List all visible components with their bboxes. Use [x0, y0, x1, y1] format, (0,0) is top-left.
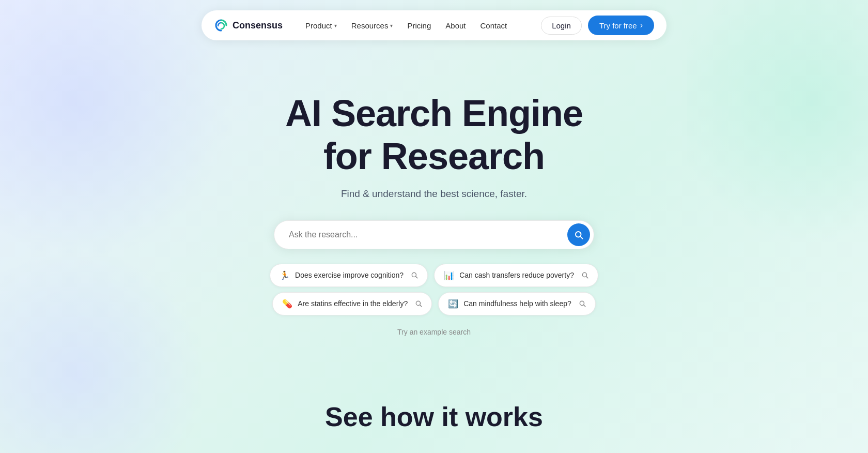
search-input[interactable]: [274, 220, 594, 249]
svg-line-3: [416, 277, 417, 278]
try-example-link[interactable]: Try an example search: [397, 328, 471, 336]
example-queries: 🏃 Does exercise improve cognition? 📊 Can…: [270, 264, 598, 315]
nav-item-contact[interactable]: Contact: [474, 18, 514, 33]
try-free-button[interactable]: Try for free ›: [588, 16, 654, 35]
nav-item-resources[interactable]: Resources ▾: [345, 18, 399, 33]
svg-line-1: [580, 236, 582, 238]
nav-links: Product ▾ Resources ▾ Pricing About Cont…: [299, 18, 524, 33]
search-icon: [581, 271, 588, 279]
search-container: [274, 220, 594, 249]
login-button[interactable]: Login: [541, 17, 582, 35]
search-icon: [415, 300, 422, 307]
query-row-1: 🏃 Does exercise improve cognition? 📊 Can…: [270, 264, 598, 287]
chevron-down-icon: ▾: [334, 23, 337, 28]
nav-item-product[interactable]: Product ▾: [299, 18, 343, 33]
nav-item-pricing[interactable]: Pricing: [401, 18, 437, 33]
query-row-2: 💊 Are statins effective in the elderly? …: [270, 292, 598, 315]
search-icon: [579, 300, 586, 307]
arrow-icon: ›: [640, 21, 643, 30]
nav-actions: Login Try for free ›: [541, 16, 654, 35]
query-chip-exercise[interactable]: 🏃 Does exercise improve cognition?: [270, 264, 428, 287]
svg-line-5: [586, 277, 588, 278]
nav-item-about[interactable]: About: [439, 18, 472, 33]
query-chip-statins[interactable]: 💊 Are statins effective in the elderly?: [272, 292, 432, 315]
navbar-inner: Consensus Product ▾ Resources ▾ Pricing …: [202, 10, 667, 40]
hero-section: AI Search Engine for Research Find & und…: [0, 51, 868, 336]
logo-text: Consensus: [233, 20, 283, 31]
search-icon: [574, 230, 583, 239]
logo-icon: [214, 18, 228, 33]
statins-emoji: 💊: [282, 299, 292, 309]
query-chip-mindfulness[interactable]: 🔄 Can mindfulness help with sleep?: [438, 292, 596, 315]
search-icon: [411, 271, 418, 279]
exercise-emoji: 🏃: [280, 270, 290, 280]
navbar: Consensus Product ▾ Resources ▾ Pricing …: [0, 0, 868, 51]
hero-subtitle: Find & understand the best science, fast…: [341, 188, 527, 200]
poverty-emoji: 📊: [444, 270, 454, 280]
hero-title: AI Search Engine for Research: [285, 92, 583, 178]
search-button[interactable]: [567, 223, 590, 246]
query-chip-poverty[interactable]: 📊 Can cash transfers reduce poverty?: [434, 264, 598, 287]
mindfulness-emoji: 🔄: [448, 299, 458, 309]
logo[interactable]: Consensus: [214, 18, 283, 33]
chevron-down-icon: ▾: [390, 23, 393, 28]
svg-line-7: [420, 305, 422, 307]
svg-line-9: [583, 305, 585, 307]
see-how-title: See how it works: [325, 401, 543, 432]
